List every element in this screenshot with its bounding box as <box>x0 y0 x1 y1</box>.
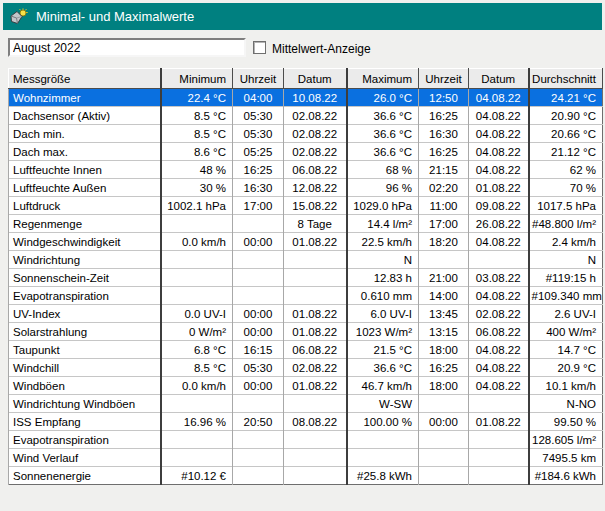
value-cell: 06.08.22 <box>469 323 529 341</box>
column-header-7[interactable]: Durchschnitt <box>529 69 603 89</box>
value-cell: #184.6 kWh <box>529 467 603 485</box>
table-row[interactable]: Luftfeuchte Außen30 %16:3012.08.2296 %02… <box>9 179 603 197</box>
table-row[interactable]: UV-Index0.0 UV-I00:0001.08.226.0 UV-I13:… <box>9 305 603 323</box>
period-input[interactable] <box>8 38 246 57</box>
value-cell: 05:30 <box>233 359 284 377</box>
row-label-cell: Luftdruck <box>9 197 161 215</box>
value-cell <box>284 287 347 305</box>
table-row[interactable]: Solarstrahlung0 W/m²00:0001.08.221023 W/… <box>9 323 603 341</box>
value-cell: 0.0 km/h <box>161 377 233 395</box>
value-cell <box>233 287 284 305</box>
column-header-5[interactable]: Uhrzeit <box>419 69 469 89</box>
table-row[interactable]: Wohnzimmer22.4 °C04:0010.08.2226.0 °C12:… <box>9 89 603 107</box>
row-label-cell: Windrichtung <box>9 251 161 269</box>
value-cell <box>419 467 469 485</box>
row-label-cell: Wohnzimmer <box>9 89 161 107</box>
table-row[interactable]: Dach max.8.6 °C05:2502.08.2236.6 °C16:25… <box>9 143 603 161</box>
row-label-cell: Dach min. <box>9 125 161 143</box>
value-cell: 2.4 km/h <box>529 233 603 251</box>
value-cell: 14:00 <box>419 287 469 305</box>
table-row[interactable]: Windgeschwindigkeit0.0 km/h00:0001.08.22… <box>9 233 603 251</box>
value-cell: 03.08.22 <box>469 269 529 287</box>
value-cell: 1017.5 hPa <box>529 197 603 215</box>
value-cell: 00:00 <box>233 323 284 341</box>
table-row[interactable]: Dachsensor (Aktiv)8.5 °C05:3002.08.2236.… <box>9 107 603 125</box>
table-row[interactable]: Evapotranspiration0.610 mm14:0004.08.22#… <box>9 287 603 305</box>
value-cell: 12.83 h <box>347 269 419 287</box>
table-row[interactable]: Regenmenge8 Tage14.4 l/m²17:0026.08.22#4… <box>9 215 603 233</box>
value-cell: 21.12 °C <box>529 143 603 161</box>
table-row[interactable]: Sonnenenergie#10.12 €#25.8 kWh#184.6 kWh <box>9 467 603 485</box>
value-cell: 26.0 °C <box>347 89 419 107</box>
value-cell: 36.6 °C <box>347 143 419 161</box>
value-cell: 04.08.22 <box>469 341 529 359</box>
value-cell: 21.5 °C <box>347 341 419 359</box>
value-cell: 02:20 <box>419 179 469 197</box>
value-cell: 48 % <box>161 161 233 179</box>
value-cell: 26.08.22 <box>469 215 529 233</box>
value-cell: 22.5 km/h <box>347 233 419 251</box>
row-label-cell: Sonnenenergie <box>9 467 161 485</box>
value-cell: 10.1 km/h <box>529 377 603 395</box>
table-row[interactable]: WindrichtungNN <box>9 251 603 269</box>
table-row[interactable]: Wind Verlauf7495.5 km <box>9 449 603 467</box>
value-cell: N <box>347 251 419 269</box>
value-cell: 24.21 °C <box>529 89 603 107</box>
table-row[interactable]: Windböen0.0 km/h00:0001.08.2246.7 km/h18… <box>9 377 603 395</box>
value-cell: 0.0 km/h <box>161 233 233 251</box>
value-cell: 16:25 <box>419 359 469 377</box>
value-cell: 62 % <box>529 161 603 179</box>
value-cell: 6.8 °C <box>161 341 233 359</box>
value-cell: #10.12 € <box>161 467 233 485</box>
value-cell: 20:50 <box>233 413 284 431</box>
value-cell <box>233 467 284 485</box>
table-row[interactable]: ISS Empfang16.96 %20:5008.08.22100.00 %0… <box>9 413 603 431</box>
row-label-cell: Dach max. <box>9 143 161 161</box>
value-cell: #25.8 kWh <box>347 467 419 485</box>
column-header-4[interactable]: Maximum <box>347 69 419 89</box>
table-row[interactable]: Evapotranspiration128.605 l/m² <box>9 431 603 449</box>
value-cell: 20.9 °C <box>529 359 603 377</box>
value-cell: 0.0 UV-I <box>161 305 233 323</box>
row-label-cell: Dachsensor (Aktiv) <box>9 107 161 125</box>
value-cell: #119:15 h <box>529 269 603 287</box>
value-cell: 99.50 % <box>529 413 603 431</box>
table-row[interactable]: Sonnenschein-Zeit12.83 h21:0003.08.22#11… <box>9 269 603 287</box>
value-cell: 128.605 l/m² <box>529 431 603 449</box>
value-cell <box>233 395 284 413</box>
table-row[interactable]: Dach min.8.5 °C05:3002.08.2236.6 °C16:30… <box>9 125 603 143</box>
value-cell: 01.08.22 <box>469 179 529 197</box>
mittelwert-checkbox[interactable] <box>253 41 266 54</box>
value-cell: 00:00 <box>233 233 284 251</box>
row-label-cell: Windböen <box>9 377 161 395</box>
value-cell: 02.08.22 <box>469 305 529 323</box>
column-header-6[interactable]: Datum <box>469 69 529 89</box>
value-cell: 46.7 km/h <box>347 377 419 395</box>
value-cell: 16:30 <box>233 179 284 197</box>
value-cell: 8 Tage <box>284 215 347 233</box>
value-cell: 10.08.22 <box>284 89 347 107</box>
minmax-table: MessgrößeMinimumUhrzeitDatumMaximumUhrze… <box>8 68 603 485</box>
table-row[interactable]: Taupunkt6.8 °C16:1506.08.2221.5 °C18:000… <box>9 341 603 359</box>
column-header-0[interactable]: Messgröße <box>9 69 161 89</box>
column-header-2[interactable]: Uhrzeit <box>233 69 284 89</box>
table-row[interactable]: Luftdruck1002.1 hPa17:0015.08.221029.0 h… <box>9 197 603 215</box>
value-cell: 96 % <box>347 179 419 197</box>
value-cell: N <box>529 251 603 269</box>
value-cell: 16:25 <box>419 107 469 125</box>
value-cell: 12.08.22 <box>284 179 347 197</box>
value-cell: 14.4 l/m² <box>347 215 419 233</box>
value-cell: 00:00 <box>233 377 284 395</box>
value-cell: N-NO <box>529 395 603 413</box>
column-header-1[interactable]: Minimum <box>161 69 233 89</box>
value-cell: 100.00 % <box>347 413 419 431</box>
table-row[interactable]: Windrichtung WindböenW-SWN-NO <box>9 395 603 413</box>
value-cell: 01.08.22 <box>284 233 347 251</box>
table-row[interactable]: Luftfeuchte Innen48 %16:2506.08.2268 %21… <box>9 161 603 179</box>
value-cell: 04:00 <box>233 89 284 107</box>
value-cell: 8.5 °C <box>161 107 233 125</box>
table-row[interactable]: Windchill8.5 °C05:3002.08.2236.6 °C16:25… <box>9 359 603 377</box>
value-cell: 04.08.22 <box>469 89 529 107</box>
value-cell: 400 W/m² <box>529 323 603 341</box>
column-header-3[interactable]: Datum <box>284 69 347 89</box>
